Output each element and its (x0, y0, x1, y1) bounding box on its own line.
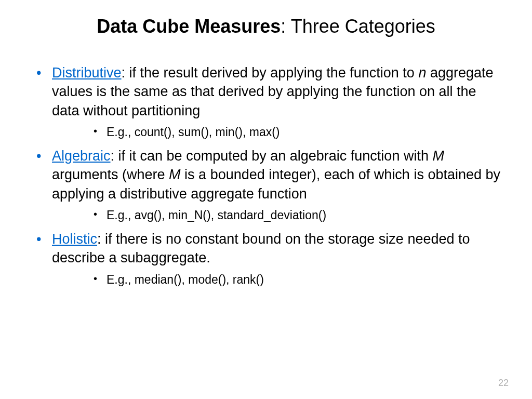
italic-m2: M (169, 167, 181, 182)
bullet-distributive: Distributive: if the result derived by a… (36, 63, 506, 141)
body-text: arguments (where (52, 167, 169, 182)
body-text: : if the result derived by applying the … (122, 65, 419, 81)
term-holistic: Holistic (52, 231, 97, 247)
body-text: : if it can be computed by an algebraic … (111, 148, 433, 164)
body-text: : if there is no constant bound on the s… (52, 231, 470, 265)
italic-m1: M (432, 148, 444, 164)
example-item: E.g., avg(), min_N(), standard_deviation… (94, 206, 506, 224)
italic-n: n (418, 65, 426, 81)
example-item: E.g., count(), sum(), min(), max() (94, 123, 506, 141)
sub-list: E.g., median(), mode(), rank() (52, 271, 506, 289)
bullet-holistic: Holistic: if there is no constant bound … (36, 230, 506, 288)
example-item: E.g., median(), mode(), rank() (94, 271, 506, 289)
bullet-algebraic: Algebraic: if it can be computed by an a… (36, 147, 506, 224)
title-rest: : Three Categories (281, 16, 435, 37)
main-bullet-list: Distributive: if the result derived by a… (26, 63, 506, 288)
slide-title: Data Cube Measures: Three Categories (26, 16, 506, 37)
sub-list: E.g., avg(), min_N(), standard_deviation… (52, 206, 506, 224)
title-bold: Data Cube Measures (97, 16, 281, 37)
sub-list: E.g., count(), sum(), min(), max() (52, 123, 506, 141)
page-number: 22 (498, 378, 509, 389)
term-distributive: Distributive (52, 65, 122, 81)
term-algebraic: Algebraic (52, 148, 111, 164)
